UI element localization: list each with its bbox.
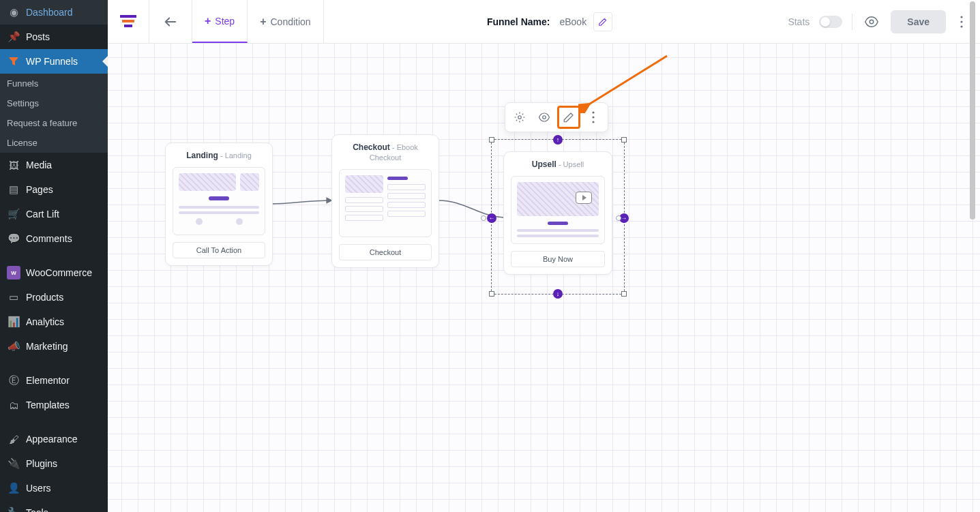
connector-landing-checkout bbox=[271, 194, 340, 214]
sidebar-item-label: Cart Lift bbox=[26, 209, 59, 220]
node-preview-button[interactable] bbox=[533, 106, 556, 129]
dashboard-icon: ◉ bbox=[7, 5, 20, 19]
port-top[interactable]: ↑ bbox=[553, 135, 563, 145]
node-cta-button[interactable]: Checkout bbox=[339, 244, 432, 260]
node-settings-button[interactable] bbox=[508, 106, 531, 129]
sidebar-item-label: Media bbox=[26, 160, 52, 170]
sidebar-item-users[interactable]: 👤 Users bbox=[0, 476, 108, 500]
port-left-in[interactable]: ← bbox=[487, 213, 496, 223]
port-bottom[interactable]: ↓ bbox=[553, 289, 563, 299]
sidebar-item-analytics[interactable]: 📊 Analytics bbox=[0, 310, 108, 334]
analytics-icon: 📊 bbox=[7, 315, 20, 329]
node-toolbar bbox=[505, 102, 608, 132]
pencil-icon bbox=[598, 17, 608, 27]
scrollbar-thumb[interactable] bbox=[970, 1, 975, 220]
sidebar-item-wp-funnels[interactable]: WP Funnels bbox=[0, 49, 108, 74]
tools-icon: 🔧 bbox=[7, 506, 20, 512]
sidebar-item-cart-lift[interactable]: 🛒 Cart Lift bbox=[0, 202, 108, 226]
sidebar-item-label: Comments bbox=[26, 233, 72, 244]
templates-icon: 🗂 bbox=[7, 398, 20, 412]
resize-handle-se[interactable] bbox=[621, 291, 627, 297]
plus-icon: + bbox=[260, 16, 266, 28]
port-right-out[interactable]: → bbox=[619, 213, 629, 223]
node-checkout[interactable]: Checkout - Ebook Checkout Checkout bbox=[331, 134, 439, 268]
eye-icon bbox=[538, 111, 550, 123]
sidebar-item-templates[interactable]: 🗂 Templates bbox=[0, 393, 108, 417]
eye-icon bbox=[864, 14, 879, 29]
sidebar-sub-funnels[interactable]: Funnels bbox=[0, 74, 108, 93]
more-menu-button[interactable] bbox=[955, 12, 968, 31]
comment-icon: 💬 bbox=[7, 232, 20, 245]
kebab-icon bbox=[960, 16, 963, 28]
save-button[interactable]: Save bbox=[891, 10, 946, 33]
sidebar-item-appearance[interactable]: 🖌 Appearance bbox=[0, 427, 108, 451]
tab-condition[interactable]: + Condition bbox=[248, 0, 324, 43]
node-more-button[interactable] bbox=[582, 106, 605, 129]
node-subtitle: - Upsell bbox=[556, 160, 584, 168]
sidebar-item-label: WP Funnels bbox=[26, 56, 78, 67]
sidebar-item-posts[interactable]: 📌 Posts bbox=[0, 25, 108, 49]
resize-handle-sw[interactable] bbox=[489, 291, 494, 297]
logo-section bbox=[108, 0, 149, 43]
sidebar-item-woocommerce[interactable]: W WooCommerce bbox=[0, 260, 108, 285]
edit-funnel-name-button[interactable] bbox=[593, 12, 612, 31]
sidebar-sub-settings[interactable]: Settings bbox=[0, 93, 108, 113]
sidebar-item-label: Dashboard bbox=[26, 7, 73, 18]
back-section bbox=[149, 0, 192, 43]
sidebar-item-elementor[interactable]: Ⓔ Elementor bbox=[0, 368, 108, 393]
topbar: + Step + Condition Funnel Name: eBook St… bbox=[108, 0, 980, 44]
node-upsell[interactable]: Upsell - Upsell Buy Now bbox=[503, 151, 612, 275]
sidebar-item-label: Users bbox=[26, 483, 51, 494]
resize-handle-ne[interactable] bbox=[621, 137, 627, 142]
node-title: Upsell bbox=[532, 160, 556, 169]
cart-icon: 🛒 bbox=[7, 207, 20, 221]
woo-icon: W bbox=[7, 266, 20, 280]
funnel-canvas[interactable]: Landing - Landing Call To Action Checkou… bbox=[108, 44, 980, 512]
funnel-name-section: Funnel Name: eBook bbox=[324, 12, 776, 31]
node-header: Checkout - Ebook Checkout bbox=[332, 135, 439, 169]
sidebar-item-label: Plugins bbox=[26, 458, 57, 469]
tab-label: Condition bbox=[271, 16, 311, 27]
svg-point-7 bbox=[592, 116, 594, 118]
node-cta-button[interactable]: Buy Now bbox=[511, 251, 605, 267]
node-landing[interactable]: Landing - Landing Call To Action bbox=[165, 142, 273, 266]
svg-point-2 bbox=[960, 20, 962, 22]
port-left-extra[interactable] bbox=[481, 215, 486, 221]
connector-checkout-upsell bbox=[439, 197, 514, 224]
sidebar-item-plugins[interactable]: 🔌 Plugins bbox=[0, 451, 108, 476]
sidebar-sub-request-feature[interactable]: Request a feature bbox=[0, 113, 108, 133]
pencil-icon bbox=[563, 111, 575, 123]
stats-label: Stats bbox=[788, 16, 810, 27]
stats-toggle[interactable] bbox=[819, 16, 842, 28]
sidebar-item-label: Pages bbox=[26, 184, 53, 195]
elementor-icon: Ⓔ bbox=[7, 374, 20, 387]
sidebar-item-media[interactable]: 🖼 Media bbox=[0, 153, 108, 177]
preview-button[interactable] bbox=[862, 12, 881, 31]
sidebar-item-tools[interactable]: 🔧 Tools bbox=[0, 500, 108, 512]
sidebar-item-marketing[interactable]: 📣 Marketing bbox=[0, 334, 108, 359]
vertical-scrollbar[interactable] bbox=[968, 0, 977, 512]
main-panel: + Step + Condition Funnel Name: eBook St… bbox=[108, 0, 980, 512]
users-icon: 👤 bbox=[7, 481, 20, 495]
port-right-extra[interactable] bbox=[616, 215, 621, 221]
sidebar-item-label: WooCommerce bbox=[26, 267, 92, 278]
sidebar-sub-license[interactable]: License bbox=[0, 133, 108, 153]
sidebar-item-comments[interactable]: 💬 Comments bbox=[0, 226, 108, 251]
sidebar-item-pages[interactable]: ▤ Pages bbox=[0, 177, 108, 202]
gear-icon bbox=[514, 111, 526, 123]
node-edit-button[interactable] bbox=[557, 106, 580, 129]
sidebar-item-label: Appearance bbox=[26, 434, 78, 445]
resize-handle-nw[interactable] bbox=[489, 137, 494, 142]
node-cta-button[interactable]: Call To Action bbox=[173, 242, 265, 258]
play-icon bbox=[576, 192, 592, 204]
sidebar-item-label: Marketing bbox=[26, 341, 68, 352]
arrow-left-icon bbox=[163, 14, 178, 29]
sidebar-item-dashboard[interactable]: ◉ Dashboard bbox=[0, 0, 108, 25]
sidebar-item-products[interactable]: ▭ Products bbox=[0, 285, 108, 310]
appearance-icon: 🖌 bbox=[7, 432, 20, 446]
tab-label: Step bbox=[215, 16, 235, 27]
funnel-name-value: eBook bbox=[559, 16, 586, 27]
tab-step[interactable]: + Step bbox=[192, 0, 248, 43]
back-button[interactable] bbox=[160, 12, 181, 32]
node-subtitle: - Landing bbox=[218, 151, 252, 160]
